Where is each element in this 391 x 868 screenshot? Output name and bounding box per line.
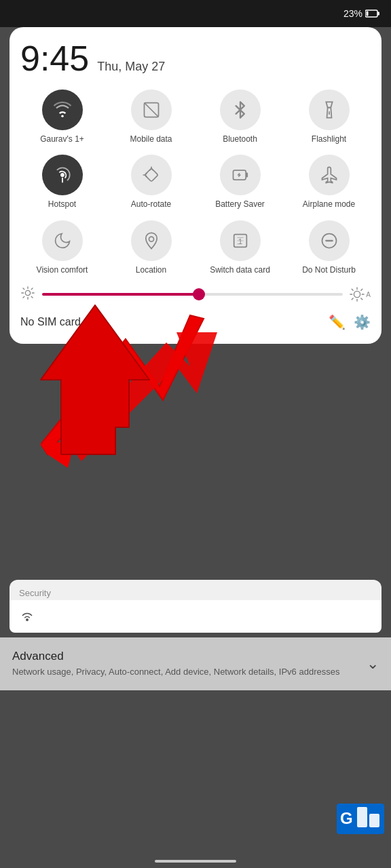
advanced-content: Advanced Network usage, Privacy, Auto-co… <box>12 650 360 678</box>
svg-line-21 <box>31 296 33 298</box>
quick-settings-row-2: Hotspot Auto-rotate Batter <box>20 155 371 209</box>
quick-settings-row-1: Gaurav's 1+ Mobile data Bluetooth <box>20 90 371 144</box>
svg-marker-35 <box>71 332 217 461</box>
qs-battery-saver-label: Battery Saver <box>215 199 265 209</box>
svg-rect-7 <box>145 168 158 182</box>
wifi-signal-icon <box>19 607 35 623</box>
qs-dnd[interactable]: Do Not Disturb <box>287 220 371 275</box>
qs-mobile-data[interactable]: Mobile data <box>109 90 193 144</box>
qs-dnd-circle[interactable] <box>309 220 350 261</box>
nav-bar <box>155 860 236 863</box>
sim-text: No SIM card <box>20 316 81 328</box>
qs-bluetooth[interactable]: Bluetooth <box>198 90 282 144</box>
brightness-row: A <box>20 285 371 303</box>
svg-line-20 <box>23 288 24 290</box>
brightness-fill <box>42 293 199 296</box>
switch-data-icon: 1 <box>231 231 250 250</box>
qs-auto-rotate-circle[interactable] <box>131 155 172 195</box>
svg-rect-41 <box>369 814 379 827</box>
svg-point-10 <box>149 237 153 241</box>
qs-auto-rotate-label: Auto-rotate <box>131 199 171 209</box>
svg-rect-1 <box>377 12 379 16</box>
qs-wifi-label: Gaurav's 1+ <box>40 134 84 144</box>
qs-dnd-label: Do Not Disturb <box>302 265 356 275</box>
brightness-slider[interactable] <box>42 293 343 296</box>
brightness-low-icon <box>20 285 35 303</box>
date-display: Thu, May 27 <box>97 60 165 74</box>
qs-bluetooth-circle[interactable] <box>220 90 261 130</box>
qs-flashlight-label: Flashlight <box>312 134 346 144</box>
advanced-section[interactable]: Advanced Network usage, Privacy, Auto-co… <box>0 637 391 690</box>
advanced-subtitle: Network usage, Privacy, Auto-connect, Ad… <box>12 666 360 678</box>
hotspot-icon <box>53 165 72 184</box>
qs-battery-saver-circle[interactable] <box>220 155 261 195</box>
qs-wifi[interactable]: Gaurav's 1+ <box>20 90 104 144</box>
svg-line-4 <box>144 103 158 117</box>
qs-mobile-data-label: Mobile data <box>130 134 172 144</box>
security-label: Security <box>19 588 51 598</box>
chevron-down-icon[interactable]: ⌄ <box>367 655 379 673</box>
dnd-icon <box>320 231 339 250</box>
battery-percentage: 23% <box>343 8 362 19</box>
qs-bluetooth-label: Bluetooth <box>223 134 257 144</box>
battery-indicator: 23% <box>343 8 380 19</box>
brightness-thumb[interactable] <box>193 288 205 300</box>
gadgets-logo-svg: G <box>337 804 384 834</box>
qs-switch-data[interactable]: 1 Switch data card <box>198 220 282 275</box>
battery-saver-icon <box>231 165 250 184</box>
qs-wifi-circle[interactable] <box>42 90 83 130</box>
sim-row: No SIM card ✏️ ⚙️ <box>20 314 371 330</box>
advanced-title: Advanced <box>12 650 360 663</box>
qs-location-circle[interactable] <box>131 220 172 261</box>
bluetooth-icon <box>231 100 250 119</box>
svg-point-24 <box>354 292 360 298</box>
svg-marker-34 <box>41 441 75 468</box>
svg-line-31 <box>352 298 354 300</box>
notification-panel: 9:45 Thu, May 27 Gaurav's 1+ <box>10 27 381 344</box>
svg-line-29 <box>352 289 354 290</box>
svg-line-32 <box>361 289 362 290</box>
svg-point-6 <box>60 173 64 177</box>
qs-airplane-label: Airplane mode <box>303 199 355 209</box>
qs-flashlight-circle[interactable] <box>309 90 350 130</box>
qs-hotspot[interactable]: Hotspot <box>20 155 104 209</box>
svg-line-22 <box>23 296 24 298</box>
svg-point-37 <box>26 618 29 621</box>
battery-icon <box>365 9 380 18</box>
qs-switch-data-circle[interactable]: 1 <box>220 220 261 261</box>
qs-auto-rotate[interactable]: Auto-rotate <box>109 155 193 209</box>
qs-location[interactable]: Location <box>109 220 193 275</box>
edit-icon[interactable]: ✏️ <box>329 314 346 330</box>
svg-rect-40 <box>357 807 367 827</box>
quick-settings-row-3: Vision comfort Location 1 Switch data <box>20 220 371 275</box>
qs-switch-data-label: Switch data card <box>210 265 270 275</box>
brand-logo: G <box>337 804 384 834</box>
vision-comfort-icon <box>53 231 72 250</box>
wifi-security-section: Security <box>10 580 381 600</box>
sim-actions: ✏️ ⚙️ <box>329 314 371 330</box>
svg-text:G: G <box>340 809 353 827</box>
svg-rect-9 <box>246 173 248 178</box>
qs-mobile-data-circle[interactable] <box>131 90 172 130</box>
wifi-icon <box>53 100 72 119</box>
svg-line-30 <box>361 298 362 300</box>
qs-airplane[interactable]: Airplane mode <box>287 155 371 209</box>
wifi-icon-row[interactable] <box>10 600 381 633</box>
mobile-data-icon <box>142 100 161 119</box>
svg-point-15 <box>25 291 30 296</box>
qs-vision-comfort-circle[interactable] <box>42 220 83 261</box>
svg-line-23 <box>31 288 33 290</box>
qs-airplane-circle[interactable] <box>309 155 350 195</box>
auto-rotate-icon <box>142 165 161 184</box>
qs-hotspot-circle[interactable] <box>42 155 83 195</box>
airplane-icon <box>320 165 339 184</box>
qs-vision-comfort[interactable]: Vision comfort <box>20 220 104 275</box>
clock-display: 9:45 <box>20 41 89 76</box>
time-row: 9:45 Thu, May 27 <box>20 41 371 76</box>
qs-flashlight[interactable]: Flashlight <box>287 90 371 144</box>
settings-icon[interactable]: ⚙️ <box>354 314 371 330</box>
qs-battery-saver[interactable]: Battery Saver <box>198 155 282 209</box>
qs-location-label: Location <box>136 265 166 275</box>
qs-hotspot-label: Hotspot <box>48 199 76 209</box>
status-bar: 23% <box>0 0 391 27</box>
